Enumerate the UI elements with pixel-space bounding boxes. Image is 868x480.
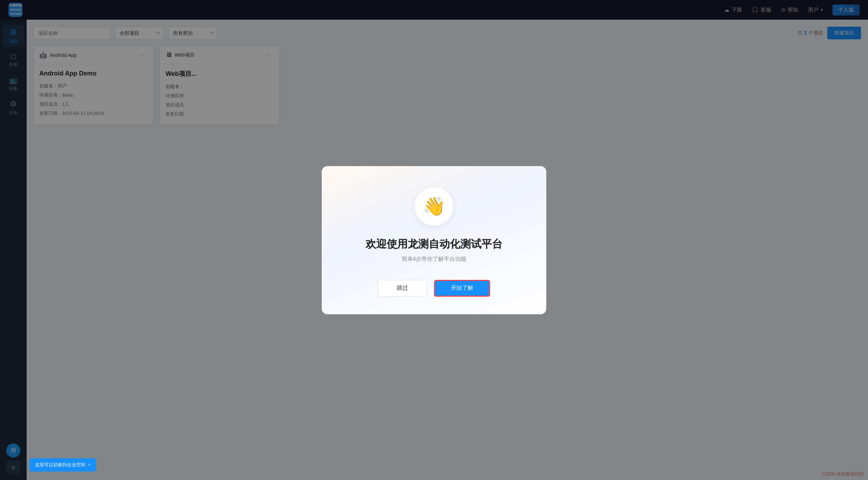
start-button[interactable]: 开始了解 bbox=[434, 280, 490, 297]
wave-emoji-circle: 👋 bbox=[415, 187, 453, 226]
modal-buttons: 跳过 开始了解 bbox=[378, 280, 490, 297]
wave-emoji: 👋 bbox=[423, 196, 446, 217]
toast-close-icon[interactable]: × bbox=[88, 462, 91, 467]
modal-subtitle: 简单4步带你了解平台功能 bbox=[402, 256, 467, 263]
modal-title: 欢迎使用龙测自动化测试平台 bbox=[366, 237, 502, 251]
skip-button[interactable]: 跳过 bbox=[378, 280, 427, 297]
welcome-modal: 👋 欢迎使用龙测自动化测试平台 简单4步带你了解平台功能 跳过 开始了解 bbox=[322, 166, 546, 314]
enterprise-toast[interactable]: 这里可以切换到企业空间 × bbox=[29, 458, 96, 472]
modal-overlay: 👋 欢迎使用龙测自动化测试平台 简单4步带你了解平台功能 跳过 开始了解 bbox=[0, 0, 868, 480]
toast-text: 这里可以切换到企业空间 bbox=[35, 462, 85, 468]
